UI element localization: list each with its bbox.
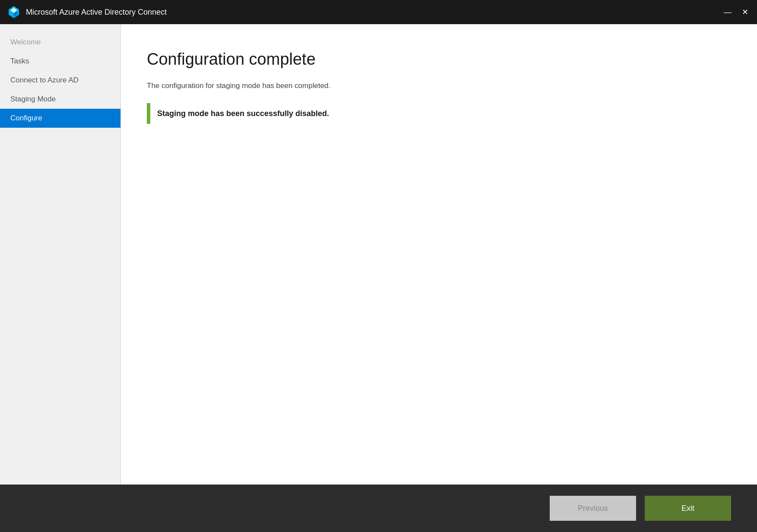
app-logo — [7, 5, 21, 19]
footer: Previous Exit — [0, 485, 757, 532]
sidebar: Welcome Tasks Connect to Azure AD Stagin… — [0, 24, 121, 485]
sidebar-item-staging-mode[interactable]: Staging Mode — [0, 90, 120, 109]
success-message: Staging mode has been successfully disab… — [157, 109, 329, 118]
previous-button[interactable]: Previous — [550, 496, 636, 521]
window-controls: — ✕ — [722, 7, 750, 17]
exit-button[interactable]: Exit — [645, 496, 731, 521]
title-bar: Microsoft Azure Active Directory Connect… — [0, 0, 757, 24]
description-text: The configuration for staging mode has b… — [147, 82, 731, 90]
success-bar-indicator — [147, 103, 150, 124]
window-title: Microsoft Azure Active Directory Connect — [26, 8, 722, 17]
main-area: Welcome Tasks Connect to Azure AD Stagin… — [0, 24, 757, 485]
sidebar-item-welcome[interactable]: Welcome — [0, 33, 120, 52]
close-button[interactable]: ✕ — [740, 7, 750, 17]
sidebar-item-connect-azure-ad[interactable]: Connect to Azure AD — [0, 71, 120, 90]
sidebar-item-tasks[interactable]: Tasks — [0, 52, 120, 71]
success-banner: Staging mode has been successfully disab… — [147, 103, 731, 124]
page-title: Configuration complete — [147, 50, 731, 69]
content-area: Configuration complete The configuration… — [121, 24, 757, 485]
sidebar-item-configure[interactable]: Configure — [0, 109, 120, 128]
minimize-button[interactable]: — — [722, 7, 733, 17]
